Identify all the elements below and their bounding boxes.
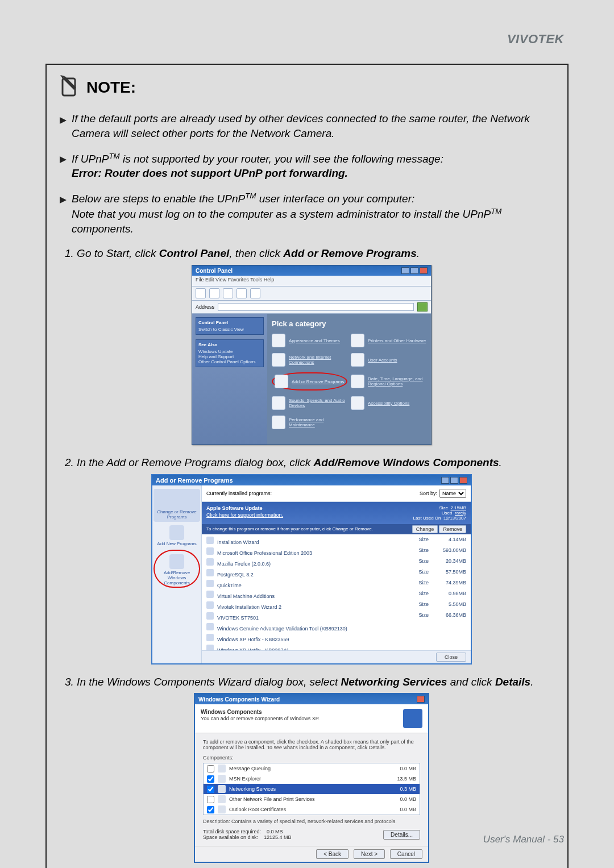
windows-icon — [169, 554, 184, 569]
program-icon — [206, 547, 214, 555]
remove-button[interactable]: Remove — [439, 525, 466, 533]
program-row[interactable]: Virtual Machine Additions Size0.98MB — [202, 589, 471, 600]
wizard-instruction: To add or remove a component, click the … — [203, 739, 420, 750]
component-checkbox[interactable] — [207, 786, 214, 793]
sort-label: Sort by: — [420, 491, 437, 496]
component-row[interactable]: Outlook Root Certificates 0.0 MB — [204, 804, 420, 815]
action-hint-bar: To change this program or remove it from… — [202, 524, 471, 534]
component-checkbox[interactable] — [207, 765, 214, 773]
up-button[interactable] — [223, 288, 233, 298]
side-panel-link[interactable]: Windows Update — [198, 349, 261, 354]
category-link[interactable]: User Accounts — [351, 353, 426, 367]
triangle-bullet-icon — [59, 193, 67, 208]
add-remove-programs-window: Add or Remove Programs Change or Remove … — [151, 474, 472, 665]
note-pencil-icon — [59, 75, 80, 100]
category-link[interactable]: Accessibility Options — [351, 396, 426, 410]
side-panel-links: Windows UpdateHelp and SupportOther Cont… — [198, 349, 261, 364]
note-bullet: If the default ports are already used by… — [59, 111, 564, 140]
forward-button[interactable] — [209, 288, 219, 298]
sort-control[interactable]: Sort by: Name — [420, 489, 466, 498]
component-icon — [218, 805, 226, 813]
toolbar[interactable] — [192, 286, 431, 301]
category-link[interactable]: Date, Time, Language, and Regional Optio… — [351, 372, 426, 391]
note-bullet: If UPnPTM is not supported by your route… — [59, 151, 564, 181]
category-icon — [272, 334, 285, 347]
component-row[interactable]: MSN Explorer 13.5 MB — [204, 774, 420, 784]
window-buttons[interactable] — [417, 696, 425, 703]
note-heading: NOTE: — [59, 75, 564, 100]
program-row[interactable]: PostgreSQL 8.2 Size57.50MB — [202, 568, 471, 579]
selected-program-panel[interactable]: Apple Software Update Click here for sup… — [202, 502, 471, 524]
category-view: Pick a category Appearance and ThemesPri… — [267, 314, 431, 445]
side-panel-link[interactable]: Help and Support — [198, 354, 261, 359]
program-icon — [206, 580, 214, 587]
box-icon — [169, 493, 184, 508]
wizard-icon — [403, 709, 422, 728]
address-field[interactable] — [218, 303, 414, 311]
installed-programs-label: Currently installed programs: — [206, 491, 272, 496]
program-row[interactable]: VIVOTEK ST7501 Size66.36MB — [202, 611, 471, 622]
program-row[interactable]: QuickTime Size74.39MB — [202, 579, 471, 589]
category-icon — [275, 375, 288, 388]
sidebar-item-change-remove[interactable]: Change or Remove Programs — [154, 489, 200, 522]
program-row[interactable]: Windows Genuine Advantage Validation Too… — [202, 622, 471, 633]
back-button[interactable] — [196, 288, 206, 298]
category-link[interactable]: Add or Remove Programs — [272, 372, 347, 391]
details-button[interactable]: Details... — [383, 830, 420, 840]
note-title: NOTE: — [86, 78, 136, 97]
sort-select[interactable]: Name — [439, 489, 466, 498]
category-link[interactable]: Printers and Other Hardware — [351, 334, 426, 347]
page-footer: User's Manual - 53 — [483, 834, 564, 845]
search-icon[interactable] — [237, 288, 247, 298]
triangle-bullet-icon — [59, 114, 67, 128]
side-panel-link[interactable]: Switch to Classic View — [198, 327, 261, 332]
sidebar-item-windows-components[interactable]: Add/Remove Windows Components — [154, 550, 200, 588]
component-row[interactable]: Other Network File and Print Services 0.… — [204, 794, 420, 804]
component-row[interactable]: Message Queuing 0.0 MB — [204, 763, 420, 774]
control-panel-window: Control Panel File Edit View Favorites T… — [192, 265, 432, 445]
component-checkbox[interactable] — [207, 796, 214, 803]
window-buttons[interactable] — [401, 267, 428, 274]
side-panel-link[interactable]: Other Control Panel Options — [198, 359, 261, 364]
sidebar: Control Panel Switch to Classic View See… — [192, 314, 267, 445]
support-link[interactable]: Click here for support information. — [206, 512, 283, 518]
sidebar-item-add-new[interactable]: Add New Programs — [154, 525, 200, 546]
step-2: 2. In the Add or Remove Programs dialog … — [65, 455, 564, 471]
component-row[interactable]: Networking Services 0.3 MB — [204, 784, 420, 794]
program-row[interactable]: Installation Wizard Size4.14MB — [202, 535, 471, 546]
category-icon — [351, 375, 364, 388]
program-list[interactable]: Installation Wizard Size4.14MB Microsoft… — [202, 534, 471, 650]
component-checkbox[interactable] — [207, 806, 214, 813]
category-link[interactable]: Performance and Maintenance — [272, 416, 347, 429]
step-3: 3. In the Windows Components Wizard dial… — [65, 675, 564, 690]
category-link[interactable]: Appearance and Themes — [272, 334, 347, 347]
program-row[interactable]: Windows XP Hotfix - KB828741 — [202, 643, 471, 650]
go-button[interactable] — [417, 302, 428, 312]
program-icon — [206, 634, 214, 641]
components-listbox[interactable]: Message Queuing 0.0 MB MSN Explorer 13.5… — [203, 763, 420, 815]
program-icon — [206, 569, 214, 576]
program-row[interactable]: Mozilla Firefox (2.0.0.6) Size20.34MB — [202, 557, 471, 568]
folders-button[interactable] — [250, 288, 260, 298]
component-checkbox[interactable] — [207, 775, 214, 783]
window-buttons[interactable] — [441, 477, 467, 484]
manual-page: VIVOTEK NOTE: If the default ports are a… — [0, 0, 614, 868]
category-link[interactable]: Network and Internet Connections — [272, 353, 347, 367]
program-row[interactable]: Windows XP Hotfix - KB823559 — [202, 633, 471, 643]
address-bar[interactable]: Address — [192, 301, 431, 314]
program-row[interactable]: Microsoft Office Professional Edition 20… — [202, 546, 471, 557]
component-icon — [218, 765, 226, 773]
change-button[interactable]: Change — [412, 525, 438, 533]
menu-bar[interactable]: File Edit View Favorites Tools Help — [192, 276, 431, 286]
window-titlebar: Control Panel — [192, 265, 431, 276]
category-link[interactable]: Sounds, Speech, and Audio Devices — [272, 396, 347, 410]
back-button[interactable]: < Back — [316, 849, 349, 859]
cancel-button[interactable]: Cancel — [390, 849, 422, 859]
side-panel-title: See Also — [198, 342, 261, 347]
error-line: Error: Router does not support UPnP port… — [72, 167, 348, 179]
hint-text: To change this program or remove it from… — [206, 526, 373, 531]
next-button[interactable]: Next > — [354, 849, 385, 859]
close-button[interactable]: Close — [436, 653, 466, 662]
window-titlebar: Add or Remove Programs — [152, 475, 471, 485]
program-row[interactable]: Vivotek Installation Wizard 2 Size5.50MB — [202, 600, 471, 611]
